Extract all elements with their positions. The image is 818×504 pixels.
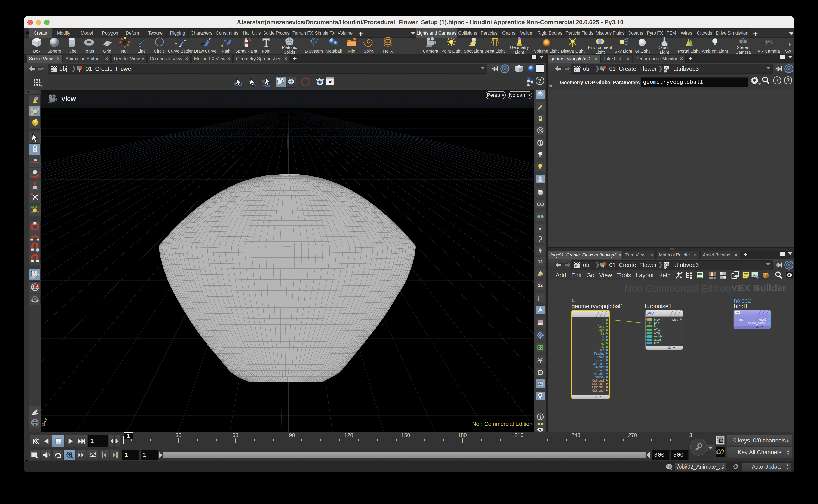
- svg-text:12: 12: [538, 259, 543, 264]
- svg-text:i: i: [540, 414, 541, 420]
- svg-text:12: 12: [538, 283, 543, 288]
